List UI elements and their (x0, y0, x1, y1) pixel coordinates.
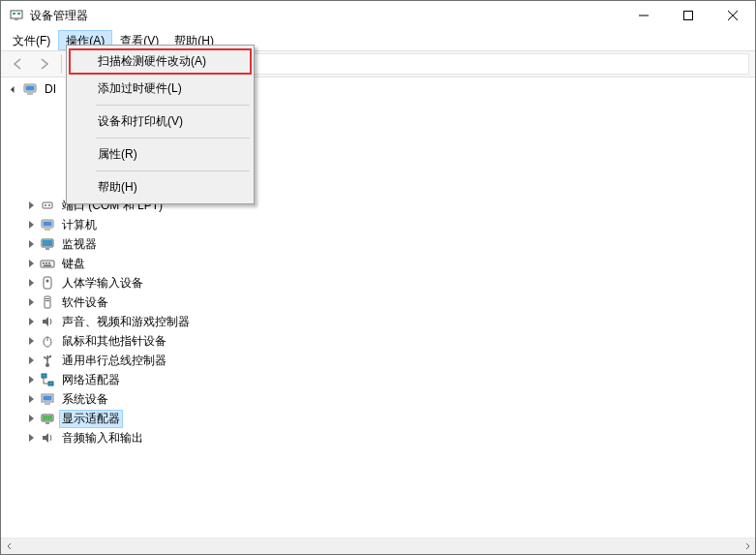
svg-rect-18 (43, 240, 52, 246)
display-icon (40, 411, 55, 426)
scroll-track[interactable] (17, 539, 739, 554)
svg-rect-15 (44, 222, 52, 227)
svg-rect-28 (45, 298, 49, 299)
menu-separator (96, 170, 250, 171)
window-controls (621, 1, 755, 30)
svg-rect-36 (42, 374, 46, 378)
expander-icon[interactable] (24, 295, 38, 309)
action-dropdown-menu: 扫描检测硬件改动(A) 添加过时硬件(L) 设备和打印机(V) 属性(R) 帮助… (66, 45, 255, 204)
svg-rect-24 (44, 265, 51, 267)
horizontal-scrollbar[interactable] (1, 538, 755, 554)
expander-icon[interactable] (24, 315, 38, 328)
expander-icon[interactable] (24, 237, 38, 251)
tree-node-audio-io[interactable]: 音频输入和输出 (5, 428, 755, 447)
svg-point-34 (44, 356, 45, 358)
tree-node-network[interactable]: 网络适配器 (5, 370, 755, 389)
mouse-icon (40, 333, 55, 349)
menu-item-devices-printers[interactable]: 设备和打印机(V) (69, 108, 252, 135)
expander-icon[interactable] (24, 392, 38, 406)
tree-node-label: 鼠标和其他指针设备 (59, 332, 169, 351)
svg-rect-10 (27, 93, 33, 95)
svg-rect-35 (49, 355, 51, 357)
minimize-button[interactable] (621, 1, 666, 30)
menu-file[interactable]: 文件(F) (5, 30, 58, 50)
svg-rect-16 (45, 229, 50, 231)
monitor-icon (40, 236, 55, 252)
back-button[interactable] (7, 52, 30, 76)
tree-node-label: 显示适配器 (59, 410, 123, 428)
expander-icon[interactable] (24, 373, 38, 386)
tree-node-label: 音频输入和输出 (59, 429, 146, 447)
tree-node-label: 键盘 (59, 255, 88, 273)
computer-icon (22, 81, 38, 97)
tree-node-mouse[interactable]: 鼠标和其他指针设备 (5, 331, 755, 351)
menu-item-add-legacy-hardware[interactable]: 添加过时硬件(L) (69, 76, 252, 102)
tree-node-hid[interactable]: 人体学输入设备 (5, 273, 755, 293)
tree-node-usb[interactable]: 通用串行总线控制器 (5, 351, 755, 370)
svg-rect-23 (48, 262, 50, 264)
tree-node-audio-controller[interactable]: 声音、视频和游戏控制器 (5, 312, 755, 331)
svg-rect-40 (45, 403, 50, 405)
device-manager-window: 设备管理器 文件(F) 操作(A) 查看(V) 帮助(H) 扫描检测硬件改动(A… (0, 0, 756, 555)
svg-point-12 (45, 204, 46, 206)
tree-node-label: 人体学输入设备 (59, 274, 146, 293)
usb-icon (40, 353, 55, 368)
tree-node-label: 通用串行总线控制器 (59, 352, 169, 370)
svg-rect-21 (43, 262, 45, 264)
expander-icon[interactable] (24, 354, 38, 367)
menu-separator (96, 105, 250, 106)
menu-item-properties[interactable]: 属性(R) (69, 141, 252, 168)
svg-rect-43 (45, 422, 49, 424)
svg-rect-5 (684, 12, 693, 20)
keyboard-icon (40, 256, 55, 271)
svg-point-26 (46, 280, 49, 283)
scroll-left-button[interactable] (1, 539, 17, 554)
tree-node-label: 监视器 (59, 235, 100, 254)
svg-rect-2 (17, 13, 20, 15)
scroll-right-button[interactable] (739, 539, 755, 554)
svg-rect-29 (45, 300, 49, 301)
svg-rect-3 (15, 18, 18, 20)
menu-separator (96, 138, 250, 139)
tree-node-software[interactable]: 软件设备 (5, 293, 755, 312)
svg-rect-37 (48, 382, 53, 385)
tree-node-system[interactable]: 系统设备 (5, 389, 755, 409)
toolbar-separator (61, 54, 62, 74)
expander-icon[interactable] (24, 431, 38, 445)
maximize-button[interactable] (666, 1, 711, 30)
tree-root-label: DI (42, 81, 59, 97)
expander-icon[interactable] (24, 199, 38, 212)
window-title: 设备管理器 (30, 8, 621, 24)
port-icon (40, 198, 55, 213)
software-icon (40, 294, 55, 310)
svg-rect-9 (26, 86, 35, 91)
expander-icon[interactable] (24, 334, 38, 348)
tree-node-label: 系统设备 (59, 390, 111, 409)
tree-node-display-adapter[interactable]: 显示适配器 (5, 409, 755, 428)
tree-node-computer[interactable]: 计算机 (5, 215, 755, 234)
audio-icon (40, 314, 55, 329)
tree-node-label: 网络适配器 (59, 371, 123, 389)
titlebar: 设备管理器 (1, 1, 755, 30)
tree-node-label: 软件设备 (59, 293, 111, 312)
hid-icon (40, 275, 55, 291)
svg-rect-42 (43, 416, 52, 420)
menu-item-help[interactable]: 帮助(H) (69, 174, 252, 200)
menu-item-scan-hardware[interactable]: 扫描检测硬件改动(A) (69, 48, 252, 75)
expander-icon[interactable] (7, 82, 20, 96)
expander-icon[interactable] (24, 257, 38, 270)
app-icon (9, 8, 24, 23)
tree-node-monitor[interactable]: 监视器 (5, 234, 755, 254)
close-button[interactable] (711, 1, 755, 30)
forward-button[interactable] (32, 52, 55, 76)
expander-icon[interactable] (24, 412, 38, 425)
network-icon (40, 372, 55, 387)
expander-icon[interactable] (24, 218, 38, 231)
expander-icon[interactable] (24, 276, 38, 290)
tree-node-keyboard[interactable]: 键盘 (5, 254, 755, 273)
svg-point-32 (45, 363, 49, 367)
svg-rect-11 (43, 202, 52, 208)
svg-rect-19 (45, 248, 49, 250)
svg-rect-39 (44, 396, 52, 401)
svg-rect-27 (45, 296, 50, 308)
